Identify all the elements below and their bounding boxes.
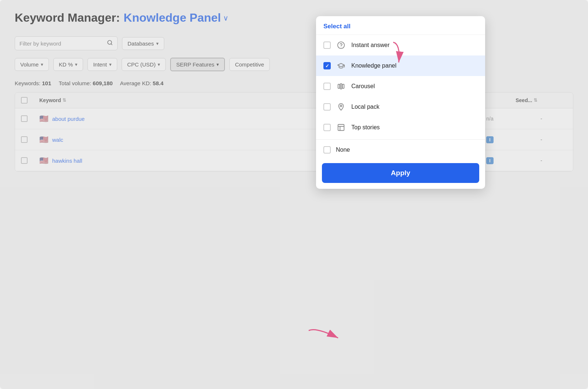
kd-chevron-icon: ▾ <box>75 62 78 67</box>
row-checkbox-cell-3 <box>21 157 39 164</box>
serp-checkbox-none[interactable] <box>323 146 331 154</box>
serp-option-none[interactable]: None <box>316 141 485 159</box>
flag-icon-1: 🇺🇸 <box>39 114 49 123</box>
instant-answer-icon <box>336 40 346 50</box>
serp-checkbox-instant-answer[interactable] <box>323 42 331 49</box>
serp-features-chevron-icon: ▾ <box>216 62 219 67</box>
seed-value-3: - <box>541 158 542 163</box>
serp-features-label: SERP Features <box>176 61 214 68</box>
seed-cell-1: - <box>516 116 567 122</box>
serp-dropdown-header: Select all <box>316 16 485 35</box>
table-header-row: Keyword ⇅ Intent Seed... ⇅ <box>15 93 573 108</box>
filter-bar-2: Volume ▾ KD % ▾ Intent ▾ CPC (USD) ▾ SER… <box>15 58 573 71</box>
kd-stat-label: Average KD: <box>120 80 151 86</box>
carousel-icon <box>336 81 346 91</box>
keywords-table: Keyword ⇅ Intent Seed... ⇅ 🇺🇸 about purd… <box>15 92 573 172</box>
serp-features-filter[interactable]: SERP Features ▾ <box>170 58 225 71</box>
volume-stat-value: 609,180 <box>93 80 112 86</box>
th-seed: Seed... ⇅ <box>516 97 567 103</box>
table-row: 🇺🇸 walc I - <box>15 129 573 150</box>
row-checkbox-3[interactable] <box>21 157 28 164</box>
kd-stat-value: 58.4 <box>153 80 164 86</box>
local-pack-label: Local pack <box>351 104 478 110</box>
intent-badge-3: I <box>486 157 494 164</box>
kd-label: KD % <box>59 61 73 68</box>
arrow-bottom-annotation <box>301 323 349 353</box>
flag-icon-2: 🇺🇸 <box>39 135 49 144</box>
intent-filter[interactable]: Intent ▾ <box>87 58 117 71</box>
intent-label: Intent <box>93 61 107 68</box>
serp-features-dropdown: Select all Instant answer <box>316 16 485 189</box>
cpc-label: CPC (USD) <box>127 61 156 68</box>
databases-label: Databases <box>128 40 154 47</box>
intent-chevron-icon: ▾ <box>109 62 112 67</box>
keywords-label: Keywords: <box>15 80 40 86</box>
keywords-value: 101 <box>42 80 51 86</box>
select-all-button[interactable]: Select all <box>323 23 351 30</box>
svg-point-7 <box>340 105 342 107</box>
svg-rect-6 <box>343 84 344 89</box>
cpc-chevron-icon: ▾ <box>158 62 160 67</box>
page-header: Keyword Manager: Knowledge Panel ∨ <box>15 11 573 25</box>
seed-value-2: - <box>541 137 542 143</box>
select-all-checkbox[interactable] <box>21 97 28 104</box>
top-stories-label: Top stories <box>351 124 478 131</box>
th-checkbox <box>21 97 39 104</box>
volume-label: Volume <box>20 61 39 68</box>
serp-option-top-stories[interactable]: Top stories <box>316 117 485 138</box>
keyword-link-1[interactable]: about purdue <box>52 116 85 122</box>
competitive-label: Competitive <box>235 61 264 68</box>
keyword-filter-search <box>15 36 118 50</box>
row-checkbox-1[interactable] <box>21 115 28 122</box>
flag-icon-3: 🇺🇸 <box>39 156 49 165</box>
databases-chevron-icon: ▾ <box>156 41 159 46</box>
serp-options-list: Instant answer Knowledge panel <box>316 35 485 159</box>
volume-chevron-icon: ▾ <box>41 62 43 67</box>
stats-bar: Keywords: 101 Total volume: 609,180 Aver… <box>15 80 573 86</box>
serp-checkbox-knowledge-panel[interactable] <box>323 62 331 69</box>
volume-filter[interactable]: Volume ▾ <box>15 58 49 71</box>
svg-rect-5 <box>340 84 342 89</box>
serp-option-instant-answer[interactable]: Instant answer <box>316 35 485 55</box>
keyword-sort-icon[interactable]: ⇅ <box>62 98 66 103</box>
intent-value-1: n/a <box>486 116 493 122</box>
th-seed-label: Seed... <box>516 97 532 103</box>
serp-divider <box>316 139 485 140</box>
instant-answer-label: Instant answer <box>351 42 478 48</box>
filter-bar-1: Databases ▾ <box>15 36 573 50</box>
knowledge-panel-label: Knowledge panel <box>351 62 478 69</box>
svg-rect-4 <box>338 84 340 89</box>
serp-option-carousel[interactable]: Carousel <box>316 76 485 97</box>
serp-checkbox-local-pack[interactable] <box>323 103 331 111</box>
seed-value-1: - <box>541 116 542 122</box>
carousel-label: Carousel <box>351 83 478 90</box>
local-pack-icon <box>336 102 346 112</box>
row-checkbox-cell-1 <box>21 115 39 122</box>
row-checkbox-2[interactable] <box>21 136 28 143</box>
intent-badge-2: I <box>486 136 494 143</box>
table-row: 🇺🇸 about purdue n/a - <box>15 108 573 129</box>
kd-filter[interactable]: KD % ▾ <box>53 58 83 71</box>
row-checkbox-cell-2 <box>21 136 39 143</box>
serp-option-knowledge-panel[interactable]: Knowledge panel <box>316 55 485 76</box>
knowledge-panel-icon <box>336 61 346 71</box>
keyword-filter-input[interactable] <box>19 40 104 47</box>
competitive-filter[interactable]: Competitive <box>229 58 269 71</box>
serp-checkbox-carousel[interactable] <box>323 83 331 90</box>
volume-stat-label: Total volume: <box>59 80 91 86</box>
serp-checkbox-top-stories[interactable] <box>323 124 331 131</box>
databases-dropdown[interactable]: Databases ▾ <box>122 37 164 50</box>
serp-option-local-pack[interactable]: Local pack <box>316 97 485 117</box>
th-keyword-label: Keyword <box>39 97 61 103</box>
keyword-link-3[interactable]: hawkins hall <box>52 158 82 164</box>
none-label: None <box>336 147 478 153</box>
seed-cell-3: - <box>516 158 567 163</box>
seed-sort-icon[interactable]: ⇅ <box>534 98 537 103</box>
search-button[interactable] <box>107 40 113 47</box>
seed-cell-2: - <box>516 137 567 143</box>
page-title-dynamic: Knowledge Panel <box>123 11 221 25</box>
keyword-link-2[interactable]: walc <box>52 137 63 143</box>
title-dropdown-icon[interactable]: ∨ <box>223 14 229 22</box>
apply-button[interactable]: Apply <box>322 163 479 183</box>
cpc-filter[interactable]: CPC (USD) ▾ <box>122 58 166 71</box>
